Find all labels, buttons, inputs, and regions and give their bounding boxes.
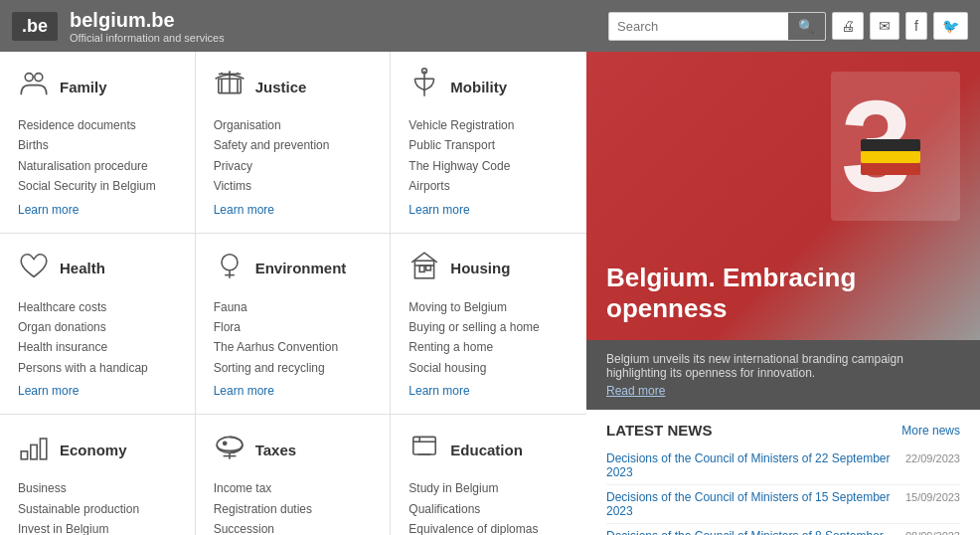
category-title-family: Family xyxy=(60,79,107,95)
list-item: Public Transport xyxy=(408,135,569,155)
learn-more-family[interactable]: Learn more xyxy=(18,203,79,217)
learn-more-environment[interactable]: Learn more xyxy=(214,384,274,398)
list-item: Naturalisation procedure xyxy=(18,156,177,176)
category-title-housing: Housing xyxy=(450,260,510,276)
category-cell-education: EducationStudy in BelgiumQualificationsE… xyxy=(391,415,586,535)
list-item: Vehicle Registration xyxy=(408,115,569,135)
header-right: 🔍 🖨 ✉ f 🐦 xyxy=(608,12,968,41)
category-header-economy: Economy xyxy=(18,431,177,468)
category-links-education: Study in BelgiumQualificationsEquivalenc… xyxy=(408,478,569,535)
svg-point-13 xyxy=(422,69,427,74)
learn-more-health[interactable]: Learn more xyxy=(18,384,79,398)
site-name: belgium.be xyxy=(70,9,225,32)
print-icon[interactable]: 🖨 xyxy=(832,12,864,40)
category-cell-taxes: TaxesIncome taxRegistration dutiesSucces… xyxy=(196,415,392,535)
svg-rect-23 xyxy=(40,439,46,459)
logo-text: .be xyxy=(22,16,48,36)
list-item: Social Security in Belgium xyxy=(18,176,177,196)
list-item: Sorting and recycling xyxy=(214,358,373,378)
more-news-link[interactable]: More news xyxy=(901,424,960,438)
search-input[interactable] xyxy=(609,14,788,39)
category-cell-housing: HousingMoving to BelgiumBuying or sellin… xyxy=(391,234,586,416)
right-panel: 3 Belgium. Embracing openness Belgium un… xyxy=(586,52,980,535)
svg-point-1 xyxy=(35,74,43,82)
category-links-family: Residence documentsBirthsNaturalisation … xyxy=(18,115,177,197)
category-header-justice: Justice xyxy=(214,68,373,105)
email-icon[interactable]: ✉ xyxy=(870,12,899,40)
list-item: Safety and prevention xyxy=(214,135,373,155)
learn-more-housing[interactable]: Learn more xyxy=(408,384,469,398)
hero-title: Belgium. Embracing openness xyxy=(606,263,960,324)
category-cell-economy: EconomyBusinessSustainable productionInv… xyxy=(0,415,196,535)
search-button[interactable]: 🔍 xyxy=(788,13,825,40)
news-item: Decisions of the Council of Ministers of… xyxy=(606,524,960,535)
hero-logo: 3 xyxy=(831,72,960,221)
list-item: Privacy xyxy=(214,156,373,176)
category-links-health: Healthcare costsOrgan donationsHealth in… xyxy=(18,297,177,379)
list-item: Equivalence of diplomas xyxy=(408,519,569,535)
list-item: Organisation xyxy=(214,115,373,135)
list-item: Organ donations xyxy=(18,317,177,337)
category-links-justice: OrganisationSafety and preventionPrivacy… xyxy=(214,115,373,197)
category-cell-justice: JusticeOrganisationSafety and prevention… xyxy=(196,52,392,234)
twitter-icon[interactable]: 🐦 xyxy=(933,12,968,40)
learn-more-justice[interactable]: Learn more xyxy=(214,203,274,217)
category-header-education: Education xyxy=(408,431,569,468)
category-header-housing: Housing xyxy=(408,250,569,287)
latest-news-title: LATEST NEWS xyxy=(606,422,712,439)
hero-subtitle: Belgium unveils its new international br… xyxy=(586,340,980,410)
news-link[interactable]: Decisions of the Council of Ministers of… xyxy=(606,529,898,535)
justice-icon xyxy=(214,68,245,105)
news-item: Decisions of the Council of Ministers of… xyxy=(606,446,960,485)
list-item: The Highway Code xyxy=(408,156,569,176)
category-header-mobility: Mobility xyxy=(408,68,569,105)
category-header-taxes: Taxes xyxy=(214,431,373,468)
left-panel: FamilyResidence documentsBirthsNaturalis… xyxy=(0,52,586,535)
news-date: 15/09/2023 xyxy=(905,491,960,503)
category-links-taxes: Income taxRegistration dutiesSuccessionD… xyxy=(214,478,373,535)
list-item: Buying or selling a home xyxy=(408,317,569,337)
list-item: Flora xyxy=(214,317,373,337)
svg-rect-18 xyxy=(420,266,425,271)
hero-banner: 3 Belgium. Embracing openness xyxy=(586,52,980,340)
svg-rect-28 xyxy=(413,438,435,455)
category-cell-environment: EnvironmentFaunaFloraThe Aarhus Conventi… xyxy=(196,234,392,416)
site-title: belgium.be Official information and serv… xyxy=(70,9,225,44)
learn-more-mobility[interactable]: Learn more xyxy=(408,203,469,217)
education-icon xyxy=(408,431,440,468)
svg-point-14 xyxy=(222,254,238,269)
svg-rect-35 xyxy=(861,151,920,163)
facebook-icon[interactable]: f xyxy=(905,12,927,40)
site-header: .be belgium.be Official information and … xyxy=(0,0,980,52)
category-header-environment: Environment xyxy=(214,250,373,287)
latest-news-header: LATEST NEWS More news xyxy=(606,422,960,439)
category-title-economy: Economy xyxy=(60,442,127,458)
news-date: 22/09/2023 xyxy=(905,452,960,464)
list-item: Registration duties xyxy=(214,499,373,519)
list-item: Residence documents xyxy=(18,115,177,135)
list-item: Healthcare costs xyxy=(18,297,177,317)
svg-point-0 xyxy=(25,74,33,82)
main-layout: FamilyResidence documentsBirthsNaturalis… xyxy=(0,52,980,535)
list-item: Persons with a handicap xyxy=(18,358,177,378)
list-item: Study in Belgium xyxy=(408,478,569,498)
list-item: Airports xyxy=(408,176,569,196)
svg-rect-34 xyxy=(861,139,920,151)
hero-description: Belgium unveils its new international br… xyxy=(606,352,960,380)
news-link[interactable]: Decisions of the Council of Ministers of… xyxy=(606,490,898,518)
category-title-health: Health xyxy=(60,260,105,276)
list-item: Renting a home xyxy=(408,337,569,357)
category-cell-health: HealthHealthcare costsOrgan donationsHea… xyxy=(0,234,196,416)
svg-rect-22 xyxy=(31,446,37,459)
hero-text: Belgium. Embracing openness xyxy=(586,247,980,340)
news-link[interactable]: Decisions of the Council of Ministers of… xyxy=(606,451,898,479)
logo[interactable]: .be xyxy=(12,12,58,41)
list-item: Health insurance xyxy=(18,337,177,357)
news-date: 08/09/2023 xyxy=(905,530,960,535)
svg-rect-21 xyxy=(21,451,27,459)
housing-icon xyxy=(408,250,440,287)
list-item: Victims xyxy=(214,176,373,196)
category-header-family: Family xyxy=(18,68,177,105)
read-more-link[interactable]: Read more xyxy=(606,384,665,398)
list-item: Social housing xyxy=(408,358,569,378)
